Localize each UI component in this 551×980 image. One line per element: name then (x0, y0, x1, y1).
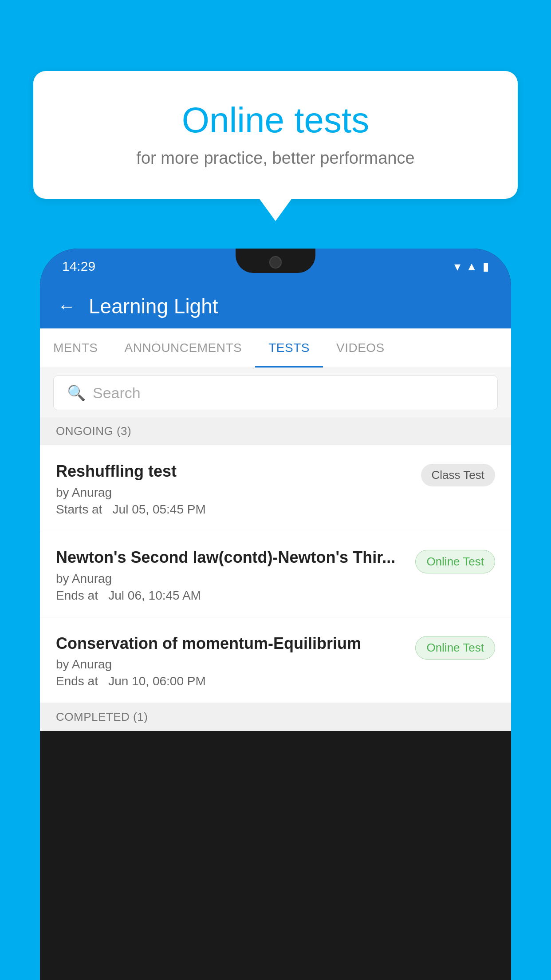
phone-frame: 14:29 ▾ ▲ ▮ ← Learning Light MENTS ANNOU… (40, 249, 511, 980)
search-icon: 🔍 (67, 384, 86, 402)
test-author-2: by Anurag (56, 572, 406, 586)
test-time-3: Ends at Jun 10, 06:00 PM (56, 674, 406, 688)
phone-container: 14:29 ▾ ▲ ▮ ← Learning Light MENTS ANNOU… (40, 249, 511, 980)
app-title: Learning Light (89, 294, 218, 318)
status-time: 14:29 (62, 259, 95, 274)
time-value-2: Jul 06, 10:45 AM (108, 589, 201, 602)
test-author-3: by Anurag (56, 657, 406, 672)
tab-tests[interactable]: TESTS (255, 328, 323, 368)
test-item-reshuffling[interactable]: Reshuffling test by Anurag Starts at Jul… (40, 445, 511, 531)
test-info-2: Newton's Second law(contd)-Newton's Thir… (56, 547, 415, 603)
test-name-1: Reshuffling test (56, 461, 412, 482)
search-container: 🔍 Search (40, 368, 511, 417)
signal-icon: ▲ (466, 260, 477, 273)
tab-ments[interactable]: MENTS (40, 328, 111, 368)
time-label-2: Ends at (56, 589, 98, 602)
app-header: ← Learning Light (40, 284, 511, 328)
status-icons: ▾ ▲ ▮ (454, 259, 489, 274)
time-label-3: Ends at (56, 674, 98, 688)
test-author-1: by Anurag (56, 486, 412, 500)
badge-class-test: Class Test (421, 464, 495, 486)
status-bar: 14:29 ▾ ▲ ▮ (40, 249, 511, 284)
test-time-2: Ends at Jul 06, 10:45 AM (56, 589, 406, 603)
test-name-3: Conservation of momentum-Equilibrium (56, 633, 406, 654)
search-placeholder: Search (93, 384, 141, 402)
bubble-title: Online tests (69, 100, 482, 141)
test-item-conservation[interactable]: Conservation of momentum-Equilibrium by … (40, 617, 511, 703)
test-item-newton[interactable]: Newton's Second law(contd)-Newton's Thir… (40, 531, 511, 617)
ongoing-section-header: ONGOING (3) (40, 417, 511, 445)
bubble-subtitle: for more practice, better performance (69, 149, 482, 168)
badge-online-test-2: Online Test (415, 636, 495, 660)
search-bar[interactable]: 🔍 Search (53, 375, 498, 410)
time-value-1: Jul 05, 05:45 PM (113, 502, 206, 516)
tab-videos[interactable]: VIDEOS (323, 328, 398, 368)
test-info-3: Conservation of momentum-Equilibrium by … (56, 633, 415, 689)
badge-online-test-1: Online Test (415, 550, 495, 573)
time-label-1: Starts at (56, 502, 102, 516)
speech-bubble: Online tests for more practice, better p… (33, 71, 518, 199)
tabs-bar: MENTS ANNOUNCEMENTS TESTS VIDEOS (40, 328, 511, 368)
notch (236, 249, 315, 273)
back-button[interactable]: ← (58, 296, 75, 316)
test-info-1: Reshuffling test by Anurag Starts at Jul… (56, 461, 421, 517)
wifi-icon: ▾ (454, 259, 460, 274)
camera (269, 256, 282, 269)
battery-icon: ▮ (483, 260, 489, 273)
time-value-3: Jun 10, 06:00 PM (108, 674, 205, 688)
test-time-1: Starts at Jul 05, 05:45 PM (56, 502, 412, 517)
test-name-2: Newton's Second law(contd)-Newton's Thir… (56, 547, 406, 568)
speech-bubble-container: Online tests for more practice, better p… (33, 71, 518, 199)
completed-section-header: COMPLETED (1) (40, 703, 511, 731)
tab-announcements[interactable]: ANNOUNCEMENTS (111, 328, 256, 368)
